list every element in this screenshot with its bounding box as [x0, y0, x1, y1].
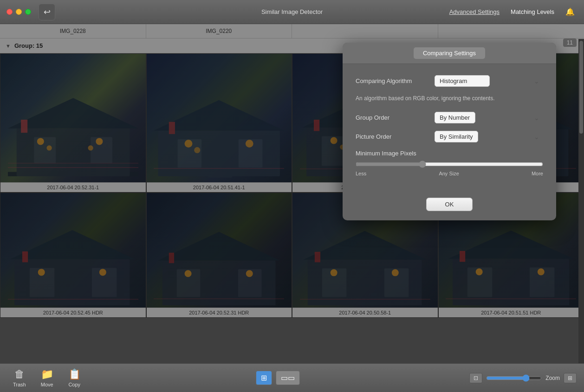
- title-bar: ↩ Similar Image Detector Advanced Settin…: [0, 0, 584, 24]
- close-button[interactable]: [6, 9, 13, 15]
- move-label: Move: [41, 382, 53, 387]
- group-order-label: Group Order: [356, 114, 435, 121]
- copy-icon: 📋: [68, 368, 81, 380]
- algorithm-row: Comparing Algorithm Histogram Perceptual…: [356, 75, 543, 87]
- group-order-select[interactable]: By Number By Date By Size: [435, 112, 475, 123]
- advanced-settings-link[interactable]: Advanced Settings: [449, 8, 500, 15]
- trash-label: Trash: [13, 382, 26, 387]
- slider-more-label: More: [532, 171, 543, 176]
- traffic-lights: [0, 9, 31, 15]
- back-button[interactable]: ↩: [39, 4, 55, 20]
- title-bar-right: Advanced Settings Matching Levels 🔔: [449, 7, 575, 16]
- slider-labels: Less Any Size More: [356, 171, 543, 176]
- main-content: IMG_0228 IMG_0220 ▼ Group: 15 11: [0, 24, 584, 363]
- zoom-label: Zoom: [545, 375, 560, 381]
- minimize-button[interactable]: [16, 9, 22, 15]
- picture-order-row: Picture Order By Similarity By Date By N…: [356, 131, 543, 142]
- copy-label: Copy: [68, 382, 80, 387]
- modal-dialog: Comparing Settings Comparing Algorithm H…: [343, 43, 556, 220]
- group-order-row: Group Order By Number By Date By Size: [356, 112, 543, 123]
- toolbar-left: 🗑 Trash 📁 Move 📋 Copy: [7, 366, 86, 389]
- algorithm-description: An algorithm based on RGB color, ignorin…: [356, 94, 543, 103]
- matching-levels-link[interactable]: Matching Levels: [511, 8, 554, 15]
- grid-view-button[interactable]: ⊞: [256, 371, 272, 385]
- min-pixels-row: Minimum Image Pixels Less Any Size More: [356, 150, 543, 176]
- min-pixels-slider[interactable]: [356, 161, 543, 168]
- bell-icon[interactable]: 🔔: [565, 7, 575, 16]
- zoom-slider[interactable]: [486, 374, 542, 382]
- picture-order-select[interactable]: By Similarity By Date By Name: [435, 131, 478, 142]
- algorithm-select-wrapper: Histogram Perceptual Hash Exact Match: [435, 75, 543, 87]
- modal-overlay: Comparing Settings Comparing Algorithm H…: [0, 24, 584, 363]
- app-title: Similar Image Detector: [261, 8, 323, 15]
- copy-button[interactable]: 📋 Copy: [63, 366, 86, 389]
- compare-view-button[interactable]: ▭▭: [276, 371, 300, 385]
- slider-less-label: Less: [356, 171, 366, 176]
- toolbar-right: ⊡ Zoom ⊞: [469, 373, 577, 383]
- move-button[interactable]: 📁 Move: [35, 366, 59, 389]
- back-icon: ↩: [44, 7, 51, 17]
- slider-any-label: Any Size: [439, 171, 459, 176]
- ok-button[interactable]: OK: [426, 198, 473, 211]
- comparing-settings-tab[interactable]: Comparing Settings: [414, 47, 485, 59]
- slider-section: Less Any Size More: [356, 161, 543, 176]
- trash-button[interactable]: 🗑 Trash: [7, 366, 32, 389]
- maximize-button[interactable]: [25, 9, 31, 15]
- fit-left-button[interactable]: ⊡: [469, 373, 482, 383]
- bottom-toolbar: 🗑 Trash 📁 Move 📋 Copy ⊞ ▭▭ ⊡ Zoom ⊞: [0, 363, 584, 392]
- picture-order-select-wrapper: By Similarity By Date By Name: [435, 131, 543, 142]
- modal-body: Comparing Algorithm Histogram Perceptual…: [343, 64, 556, 193]
- fit-right-button[interactable]: ⊞: [564, 373, 577, 383]
- algorithm-select[interactable]: Histogram Perceptual Hash Exact Match: [435, 75, 490, 87]
- trash-icon: 🗑: [14, 368, 25, 380]
- min-pixels-label: Minimum Image Pixels: [356, 150, 435, 157]
- group-order-select-wrapper: By Number By Date By Size: [435, 112, 543, 123]
- modal-tab-bar: Comparing Settings: [343, 43, 556, 64]
- picture-order-label: Picture Order: [356, 133, 435, 140]
- toolbar-center: ⊞ ▭▭: [256, 371, 300, 385]
- modal-footer: OK: [343, 193, 556, 220]
- move-icon: 📁: [41, 368, 53, 380]
- algorithm-label: Comparing Algorithm: [356, 77, 435, 84]
